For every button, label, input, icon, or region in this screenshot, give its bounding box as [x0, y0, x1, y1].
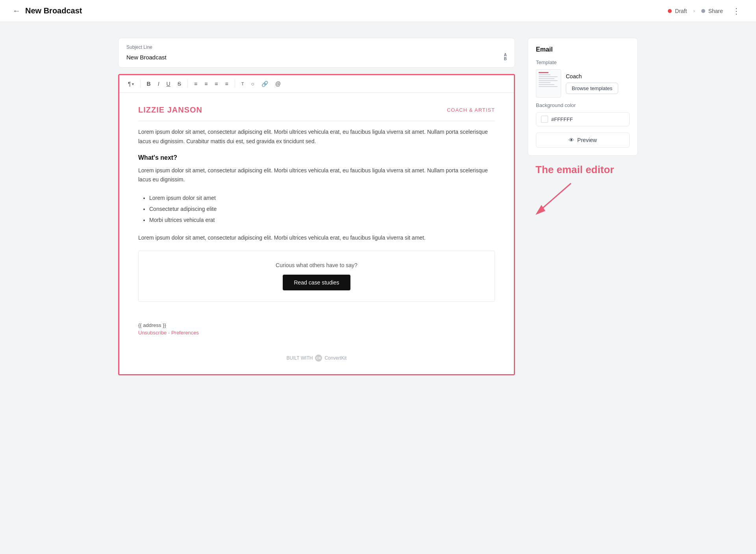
preview-button[interactable]: 👁 Preview [536, 133, 630, 148]
align-justify-btn[interactable]: ≡ [223, 79, 231, 89]
brand-name: LIZZIE JANSON [138, 105, 202, 114]
thumb-line-4 [539, 80, 558, 81]
thumb-line-3 [539, 78, 554, 79]
brand-tagline: COACH & ARTIST [447, 107, 495, 113]
thumb-line-1 [539, 74, 550, 75]
convertkit-logo: CK [315, 355, 322, 362]
thumb-line-6 [539, 84, 554, 85]
email-footer: {{ address }} Unsubscribe · Preferences [138, 314, 495, 340]
toolbar-separator-1 [140, 80, 141, 88]
main-layout: Subject Line A B ¶ ▾ B [102, 22, 654, 391]
built-with-section: BUILT WITH CK ConvertKit [138, 350, 495, 362]
align-right-btn[interactable]: ≡ [212, 79, 220, 89]
cta-text: Curious what others have to say? [146, 262, 487, 268]
nav-right: Draft › Share ⋮ [668, 5, 743, 17]
list-item: Lorem ipsum dolor sit amet [149, 192, 495, 203]
template-section-label: Template [536, 59, 630, 65]
nav-left: ← New Broadcast [13, 6, 82, 15]
color-swatch [541, 116, 548, 123]
email-content: LIZZIE JANSON COACH & ARTIST Lorem ipsum… [119, 93, 514, 374]
link-icon: 🔗 [261, 81, 268, 87]
align-justify-icon: ≡ [225, 81, 228, 87]
strikethrough-btn[interactable]: S [175, 79, 183, 89]
preview-eye-icon: 👁 [569, 137, 574, 143]
bg-color-value: #FFFFFF [551, 116, 573, 122]
preferences-link[interactable]: Preferences [171, 330, 199, 336]
draft-label: Draft [675, 8, 687, 14]
more-options-button[interactable]: ⋮ [729, 5, 743, 17]
email-header: LIZZIE JANSON COACH & ARTIST [138, 105, 495, 121]
footer-separator: · [168, 330, 170, 336]
underline-icon: U [167, 81, 170, 87]
align-right-icon: ≡ [215, 81, 218, 87]
unsubscribe-link[interactable]: Unsubscribe [138, 330, 167, 336]
body-paragraph-1: Lorem ipsum dolor sit amet, consectetur … [138, 127, 495, 146]
align-left-icon: ≡ [194, 81, 197, 87]
body-paragraph-3: Lorem ipsum dolor sit amet, consectetur … [138, 233, 495, 243]
draft-status: Draft [668, 8, 687, 14]
shape-icon: ○ [251, 81, 254, 87]
link-btn[interactable]: 🔗 [259, 79, 271, 89]
back-arrow-icon: ← [13, 6, 20, 15]
annotation-area: The email editor [528, 164, 638, 227]
paragraph-btn[interactable]: ¶ ▾ [126, 79, 136, 89]
mention-btn[interactable]: @ [273, 79, 283, 89]
align-center-icon: ≡ [204, 81, 208, 87]
shape-btn[interactable]: ○ [248, 79, 256, 89]
align-left-btn[interactable]: ≡ [192, 79, 200, 89]
heading-btn[interactable]: T [239, 80, 246, 88]
footer-address: {{ address }} [138, 322, 495, 328]
list-item: Consectetur adipiscing elite [149, 203, 495, 214]
status-chevron-icon: › [693, 8, 695, 14]
subject-input-row: A B [126, 53, 507, 61]
cta-button[interactable]: Read case studies [283, 275, 350, 290]
email-settings-title: Email [536, 46, 630, 53]
email-settings-card: Email Template C [528, 38, 638, 156]
subject-input[interactable] [126, 54, 504, 61]
page-title: New Broadcast [25, 6, 82, 15]
cta-section: Curious what others have to say? Read ca… [138, 251, 495, 302]
paragraph-dropdown-icon: ▾ [132, 82, 134, 86]
strikethrough-icon: S [178, 81, 181, 87]
toolbar-separator-3 [235, 80, 235, 88]
browse-templates-button[interactable]: Browse templates [566, 83, 618, 94]
bg-color-input-row[interactable]: #FFFFFF [536, 112, 630, 126]
section-heading: What's next? [138, 154, 495, 161]
svg-line-0 [539, 183, 571, 211]
italic-btn[interactable]: I [156, 79, 162, 89]
thumb-line-accent [539, 72, 548, 73]
more-icon: ⋮ [732, 7, 740, 15]
mention-icon: @ [275, 81, 281, 87]
built-with-label: BUILT WITH [287, 355, 313, 361]
bold-btn[interactable]: B [145, 79, 153, 89]
thumb-line-2 [539, 76, 558, 77]
toolbar-separator-2 [187, 80, 188, 88]
share-label: Share [708, 8, 723, 14]
ab-test-badge: A B [504, 53, 507, 61]
bg-color-label: Background color [536, 102, 630, 108]
template-thumbnail [536, 69, 561, 98]
list-item: Morbi ultrices vehicula erat [149, 214, 495, 225]
editor-area: Subject Line A B ¶ ▾ B [118, 38, 515, 375]
underline-btn[interactable]: U [164, 79, 173, 89]
editor-toolbar: ¶ ▾ B I U S ≡ [119, 75, 514, 93]
template-thumb-preview [536, 70, 561, 90]
heading-icon: T [241, 81, 244, 86]
back-button[interactable]: ← [13, 6, 20, 15]
thumb-line-5 [539, 82, 550, 83]
email-editor-wrapper[interactable]: ¶ ▾ B I U S ≡ [118, 74, 515, 375]
annotation-arrow-icon [532, 179, 579, 219]
align-center-btn[interactable]: ≡ [202, 79, 210, 89]
body-paragraph-2: Lorem ipsum dolor sit amet, consectetur … [138, 166, 495, 185]
share-dot [701, 9, 705, 13]
template-info: Coach Browse templates [566, 73, 630, 94]
bold-icon: B [147, 81, 151, 87]
right-sidebar: Email Template C [528, 38, 638, 375]
thumb-line-7 [539, 86, 558, 87]
preview-label: Preview [577, 137, 597, 143]
footer-links: Unsubscribe · Preferences [138, 330, 495, 336]
annotation-text: The email editor [536, 164, 614, 176]
subject-label: Subject Line [126, 44, 507, 50]
italic-icon: I [158, 81, 159, 87]
top-nav: ← New Broadcast Draft › Share ⋮ [0, 0, 756, 22]
